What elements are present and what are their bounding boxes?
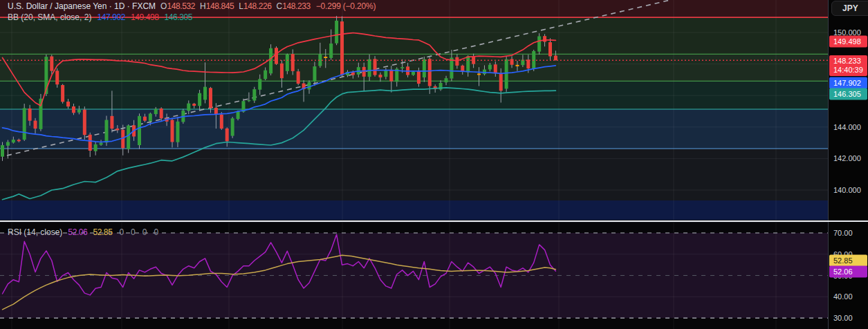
bb-upper-value: 149.498 <box>131 12 159 22</box>
candle-up <box>104 120 108 143</box>
candle-up <box>138 116 141 145</box>
pane-separator[interactable] <box>0 220 868 222</box>
candle-up <box>423 59 426 77</box>
candle-down <box>428 59 432 86</box>
candle-down <box>543 36 546 41</box>
candle-down <box>192 104 196 106</box>
price-badge-bb-upper[interactable]: 149.498 <box>829 35 867 47</box>
candle-up <box>264 70 267 79</box>
candle-up <box>329 44 333 58</box>
rsi-label[interactable]: RSI (14, close) <box>8 227 62 237</box>
price-axis[interactable]: JPY 150.000144.000142.000140.000 149.498… <box>828 0 868 329</box>
price-tick: 142.000 <box>833 154 861 162</box>
candle-up <box>237 111 240 119</box>
candle-down <box>554 55 557 60</box>
candle-doji <box>515 65 519 66</box>
rsi-value: 52.06 <box>68 227 87 237</box>
candle-down <box>66 102 70 106</box>
candle-down <box>275 48 278 64</box>
candle-down <box>526 59 530 68</box>
candle-down <box>417 71 421 84</box>
symbol-legend[interactable]: U.S. Dollar / Japanese Yen · 1D · FXCM O… <box>8 1 376 11</box>
candle-up <box>400 67 404 68</box>
close-value: 148.233 <box>282 1 311 11</box>
price-badge-bb-lower[interactable]: 146.305 <box>829 88 867 100</box>
candle-up <box>488 65 492 70</box>
rsi-hidden-zero: 0 <box>119 227 124 237</box>
price-badge-bb-basis[interactable]: 147.902 <box>829 77 867 88</box>
candle-up <box>94 144 98 151</box>
high-label: H <box>200 1 206 11</box>
rsi-hidden-zero: 0 <box>142 227 147 237</box>
candle-down <box>61 85 64 102</box>
candle-up <box>313 66 316 82</box>
rsi-tick: 40.00 <box>833 292 853 301</box>
candle-up <box>12 140 15 142</box>
price-badge-last-price[interactable]: 148.23314:40:39 <box>829 55 867 76</box>
low-label: L <box>239 1 243 11</box>
candle-down <box>17 140 21 141</box>
candle-down <box>499 73 503 91</box>
candle-down <box>209 88 212 108</box>
chart-canvas[interactable] <box>0 0 868 329</box>
rsi-badge-rsi-ma[interactable]: 52.85 <box>829 255 867 267</box>
rsi-badge-rsi-value[interactable]: 52.06 <box>829 266 867 278</box>
candle-up <box>368 59 371 77</box>
low-value: 148.226 <box>243 1 272 11</box>
candle-up <box>335 21 338 44</box>
candle-up <box>149 113 152 121</box>
bb-lower-value: 146.305 <box>165 12 193 22</box>
candle-down <box>160 109 163 118</box>
candle-down <box>116 129 119 130</box>
candle-down <box>548 42 552 56</box>
candle-down <box>340 21 344 75</box>
upper-green-zone <box>0 17 828 54</box>
candle-down <box>28 109 32 121</box>
candle-down <box>55 70 59 84</box>
candle-up <box>77 110 81 113</box>
candle-up <box>154 109 158 115</box>
candle-down <box>494 64 497 73</box>
candle-up <box>198 93 201 106</box>
lower-green-zone <box>0 54 828 81</box>
candle-up <box>252 89 256 100</box>
rsi-tick: 70.00 <box>833 229 853 237</box>
candle-up <box>1 145 4 157</box>
candle-down <box>362 67 366 77</box>
currency-button[interactable]: JPY <box>831 1 868 16</box>
candle-down <box>373 59 377 75</box>
bb-legend[interactable]: BB (20, SMA, close, 2) 147.902 149.498 1… <box>8 12 192 22</box>
candle-up <box>247 100 250 101</box>
candle-up <box>269 48 273 73</box>
bb-label[interactable]: BB (20, SMA, close, 2) <box>8 12 91 22</box>
close-label: C <box>277 1 283 11</box>
candle-down <box>220 115 223 129</box>
candle-up <box>187 104 190 111</box>
symbol-title[interactable]: U.S. Dollar / Japanese Yen · 1D · FXCM <box>8 1 156 11</box>
candle-up <box>23 108 26 140</box>
open-value: 148.532 <box>167 1 195 11</box>
candle-down <box>214 108 218 115</box>
candle-up <box>127 126 130 149</box>
rsi-hidden-zero: 0 <box>154 227 158 237</box>
candle-up <box>176 122 179 142</box>
candle-doji <box>477 73 481 75</box>
candle-up <box>384 70 387 77</box>
candle-up <box>203 87 207 100</box>
candle-up <box>505 59 508 89</box>
rsi-legend[interactable]: RSI (14, close) 52.06 52.85 0000 <box>8 227 158 237</box>
candle-up <box>286 55 289 71</box>
candle-down <box>89 135 92 151</box>
candle-down <box>143 117 147 121</box>
candle-up <box>258 79 261 90</box>
candle-down <box>34 121 37 129</box>
candle-up <box>537 36 541 51</box>
candle-down <box>110 116 113 129</box>
candle-up <box>466 56 470 72</box>
candle-down <box>378 75 382 77</box>
candle-down <box>351 73 355 75</box>
high-value: 148.845 <box>206 1 234 11</box>
candle-up <box>6 142 10 145</box>
candle-down <box>389 70 393 82</box>
teal-zone <box>0 81 828 109</box>
